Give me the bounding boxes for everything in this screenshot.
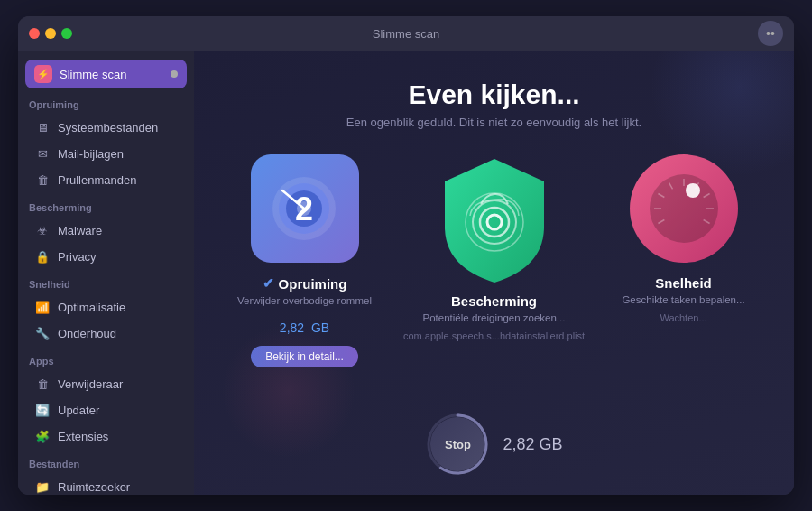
card-bescherming: Bescherming Potentiële dreigingen zoeken… [409, 154, 580, 341]
main-subheading: Een ogenblik geduld. Dit is niet zo eenv… [346, 116, 641, 129]
cleanup-icon-wrapper: 2 [251, 154, 359, 263]
gauge-icon [643, 168, 724, 249]
shield-svg [436, 154, 553, 285]
sidebar-label-privacy: Privacy [58, 250, 97, 264]
snelheid-card-desc: Geschikte taken bepalen... [622, 294, 744, 305]
card-snelheid: Snelheid Geschikte taken bepalen... Wach… [598, 154, 770, 323]
title-bar: Slimme scan •• [18, 16, 794, 51]
app-window: Slimme scan •• ⚡ Slimme scan Opruiming 🖥… [18, 16, 794, 495]
sidebar-label-malware: Malware [58, 224, 102, 237]
minimize-button[interactable] [45, 28, 56, 39]
stop-size-label: 2,82 GB [503, 435, 562, 454]
sidebar-label-ruimtezoeker: Ruimtezoeker [58, 480, 130, 494]
sidebar-item-slimme-scan[interactable]: ⚡ Slimme scan [25, 60, 187, 88]
maximize-button[interactable] [61, 28, 72, 39]
sidebar-active-label: Slimme scan [60, 68, 126, 81]
sidebar-item-ruimtezoeker[interactable]: 📁 Ruimtezoeker [23, 474, 189, 495]
bescherming-card-title: Bescherming [451, 293, 537, 309]
section-bestanden: Bestanden [18, 450, 194, 473]
sidebar-item-malware[interactable]: ☣ Malware [23, 218, 189, 243]
extensies-icon: 🧩 [34, 428, 51, 444]
snelheid-status: Wachten... [660, 312, 706, 323]
ruimtezoeker-icon: 📁 [34, 478, 51, 495]
privacy-icon: 🔒 [34, 248, 51, 265]
onderhoud-icon: 🔧 [34, 325, 51, 341]
sidebar-label-systeembestanden: Systeembestanden [58, 121, 158, 135]
stop-button-container: Stop [425, 412, 490, 477]
sidebar-item-updater[interactable]: 🔄 Updater [23, 397, 189, 423]
prullenmanden-icon: 🗑 [34, 172, 51, 188]
optimalisatie-icon: 📶 [34, 299, 51, 315]
sidebar: ⚡ Slimme scan Opruiming 🖥 Systeembestand… [18, 51, 194, 495]
opruiming-card-title: ✔ Opruiming [263, 275, 347, 292]
close-button[interactable] [29, 28, 40, 39]
systeembestanden-icon: 🖥 [34, 119, 51, 135]
bescherming-card-desc: Potentiële dreigingen zoeken... [423, 312, 566, 323]
sidebar-label-onderhoud: Onderhoud [58, 327, 116, 340]
section-snelheid: Snelheid [18, 270, 194, 293]
sidebar-item-extensies[interactable]: 🧩 Extensies [23, 423, 189, 449]
window-title: Slimme scan [373, 27, 439, 41]
sidebar-item-verwijderaar[interactable]: 🗑 Verwijderaar [23, 371, 189, 396]
section-apps: Apps [18, 347, 194, 370]
sidebar-label-extensies: Extensies [58, 430, 108, 443]
main-heading: Even kijken... [408, 79, 579, 110]
verwijderaar-icon: 🗑 [34, 376, 51, 392]
sidebar-label-updater: Updater [58, 404, 99, 417]
sidebar-item-optimalisatie[interactable]: 📶 Optimalisatie [23, 294, 189, 320]
slimme-scan-icon: ⚡ [34, 65, 52, 83]
sidebar-item-mail-bijlagen[interactable]: ✉ Mail-bijlagen [23, 141, 189, 166]
svg-point-20 [686, 183, 700, 198]
shield-icon-wrapper [436, 154, 553, 281]
sidebar-item-systeembestanden[interactable]: 🖥 Systeembestanden [23, 115, 189, 140]
sidebar-label-verwijderaar: Verwijderaar [58, 377, 123, 391]
sidebar-item-prullenmanden[interactable]: 🗑 Prullenmanden [23, 167, 189, 192]
decoration-blob-2 [221, 323, 356, 459]
bescherming-status: com.apple.speech.s...hdatainstallerd.pli… [403, 330, 585, 341]
opruiming-card-desc: Verwijder overbodige rommel [237, 295, 372, 306]
sidebar-item-privacy[interactable]: 🔒 Privacy [23, 244, 189, 269]
section-opruiming: Opruiming [18, 90, 194, 114]
sidebar-label-mail: Mail-bijlagen [58, 147, 124, 161]
sidebar-item-onderhoud[interactable]: 🔧 Onderhoud [23, 321, 189, 346]
traffic-lights [29, 28, 72, 39]
active-badge [171, 70, 178, 78]
updater-icon: 🔄 [34, 402, 51, 418]
sidebar-label-prullenmanden: Prullenmanden [58, 173, 136, 187]
speed-icon-wrapper [630, 154, 738, 263]
disk-icon: 2 [266, 171, 343, 247]
malware-icon: ☣ [34, 222, 51, 238]
main-area: Even kijken... Een ogenblik geduld. Dit … [194, 51, 794, 495]
mail-icon: ✉ [34, 145, 51, 162]
section-bescherming: Bescherming [18, 193, 194, 217]
snelheid-card-title: Snelheid [655, 275, 712, 291]
content-area: ⚡ Slimme scan Opruiming 🖥 Systeembestand… [18, 51, 794, 495]
check-icon: ✔ [263, 275, 274, 292]
bottom-stop-area: Stop 2,82 GB [425, 412, 562, 477]
profile-button[interactable]: •• [758, 21, 783, 46]
sidebar-label-optimalisatie: Optimalisatie [58, 301, 125, 314]
